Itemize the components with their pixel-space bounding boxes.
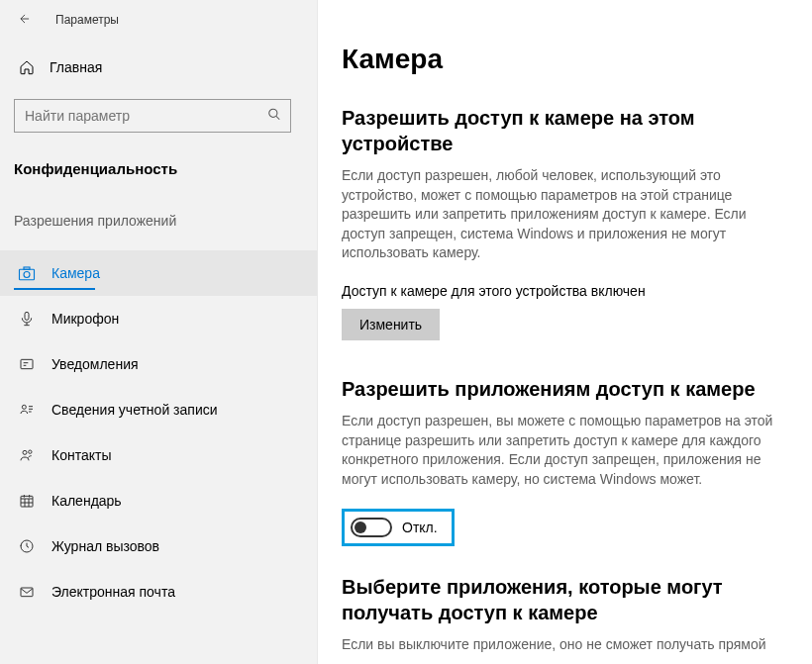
notifications-icon [18,356,36,372]
nav-item-label: Календарь [51,493,122,509]
toggle-label: Откл. [402,520,438,535]
email-icon [18,584,36,600]
contacts-icon [18,447,36,463]
calendar-icon [18,493,36,509]
nav-item-label: Журнал вызовов [51,538,159,554]
device-access-status: Доступ к камере для этого устройства вкл… [342,283,784,299]
svg-point-3 [24,272,30,278]
apps-access-toggle[interactable] [351,518,392,537]
svg-rect-23 [21,588,33,597]
section-allow-device-title: Разрешить доступ к камере на этом устрой… [342,105,784,156]
nav-item-label: Микрофон [51,311,119,327]
content-pane: Камера Разрешить доступ к камере на этом… [318,0,812,664]
search-input[interactable] [14,99,291,133]
home-label: Главная [50,59,102,75]
sidebar: Параметры Главная Конфиденциальность Раз… [0,0,318,664]
change-button[interactable]: Изменить [342,309,440,340]
section-allow-device-desc: Если доступ разрешен, любой человек, исп… [342,166,784,263]
svg-rect-5 [25,312,29,320]
svg-point-9 [22,405,26,409]
call-history-icon [18,538,36,554]
search-container [14,99,301,133]
subgroup-app-permissions: Разрешения приложений [0,183,317,238]
section-choose-apps-desc: Если вы выключите приложение, оно не смо… [342,635,784,655]
svg-rect-4 [24,267,30,269]
nav-item-label: Уведомления [51,356,139,372]
nav-item-camera[interactable]: Камера [0,250,317,296]
section-allow-apps-title: Разрешить приложениям доступ к камере [342,376,784,402]
nav-item-call-history[interactable]: Журнал вызовов [0,523,317,569]
nav-item-label: Сведения учетной записи [51,402,218,418]
microphone-icon [18,311,36,327]
nav-item-calendar[interactable]: Календарь [0,478,317,523]
nav-item-microphone[interactable]: Микрофон [0,296,317,341]
home-icon [18,59,36,75]
apps-access-toggle-highlight: Откл. [342,509,455,546]
nav-item-email[interactable]: Электронная почта [0,569,317,615]
svg-rect-6 [21,359,33,368]
section-allow-apps-desc: Если доступ разрешен, вы можете с помощь… [342,412,784,489]
nav-item-account-info[interactable]: Сведения учетной записи [0,387,317,432]
page-title: Камера [342,44,784,75]
svg-point-13 [23,450,27,454]
section-choose-apps-title: Выберите приложения, которые могут получ… [342,574,784,625]
svg-rect-2 [20,269,35,280]
account-info-icon [18,402,36,418]
nav-item-label: Камера [51,265,100,281]
nav-item-contacts[interactable]: Контакты [0,432,317,478]
titlebar: Параметры [0,0,317,40]
back-arrow-icon[interactable] [18,12,34,29]
nav-item-label: Контакты [51,447,111,463]
titlebar-label: Параметры [55,13,119,27]
svg-rect-15 [21,496,33,507]
nav-home[interactable]: Главная [0,47,317,87]
svg-point-14 [29,450,32,453]
nav-item-notifications[interactable]: Уведомления [0,341,317,387]
group-privacy-title: Конфиденциальность [0,142,317,183]
nav-list: Камера Микрофон Уведомления Сведения уче… [0,250,317,615]
nav-item-label: Электронная почта [51,584,175,600]
camera-icon [18,264,36,282]
